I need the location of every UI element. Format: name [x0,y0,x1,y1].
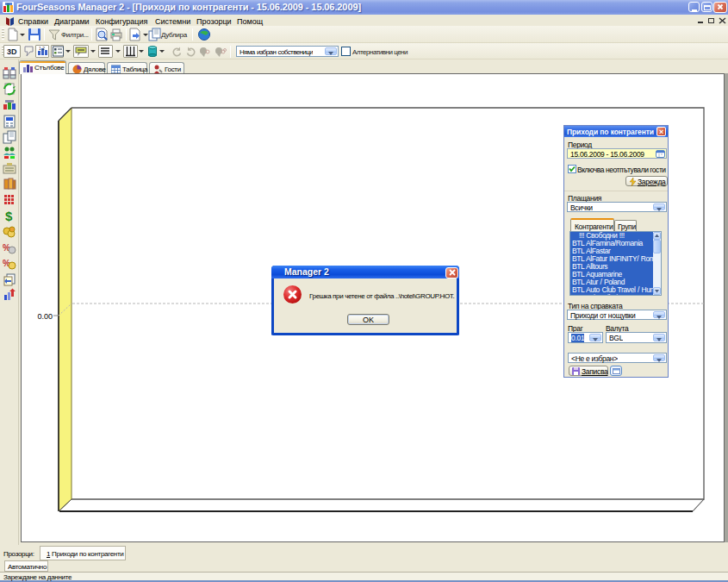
svg-text:0.00: 0.00 [37,312,53,321]
svg-text:1,2: 1,2 [39,46,45,51]
svg-text:$: $ [5,209,13,222]
